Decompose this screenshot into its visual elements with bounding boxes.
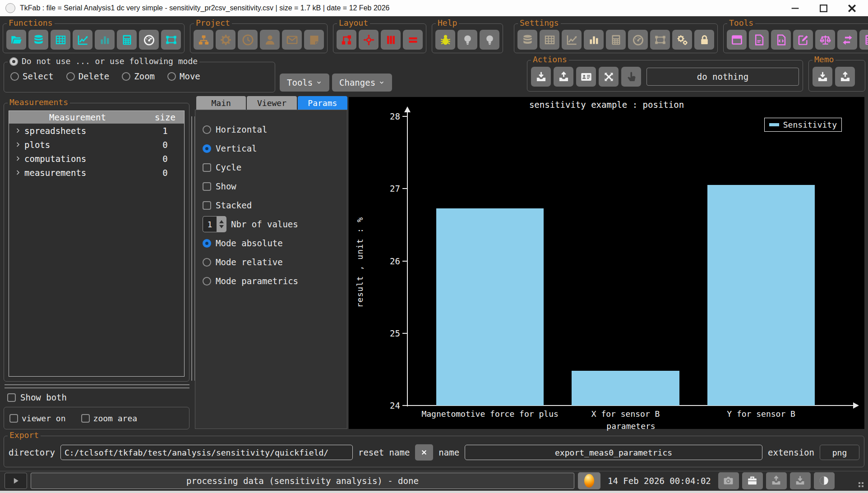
object-group-button[interactable] xyxy=(161,30,181,50)
crosshair-move-button[interactable] xyxy=(359,30,379,50)
lock-button[interactable] xyxy=(694,30,714,50)
database-button[interactable] xyxy=(28,30,48,50)
briefcase-button[interactable] xyxy=(742,472,763,489)
hand-pointer-button[interactable] xyxy=(621,67,641,87)
bulb-icon xyxy=(462,34,474,46)
expand-chevron-icon[interactable] xyxy=(9,141,24,148)
run-button[interactable] xyxy=(5,473,27,489)
viewer-on-checkbox[interactable] xyxy=(9,414,18,423)
spin-down-icon[interactable] xyxy=(219,225,224,228)
mode-parametrics-radio[interactable] xyxy=(203,277,211,286)
tree-row-spreadsheets[interactable]: spreadsheets1 xyxy=(9,124,184,138)
status-led-button[interactable] xyxy=(578,472,600,489)
select-radio[interactable] xyxy=(10,72,19,81)
columns-icon xyxy=(385,34,397,46)
minimize-button[interactable] xyxy=(789,2,801,14)
close-button[interactable] xyxy=(846,2,858,14)
mode-relative-radio[interactable] xyxy=(203,258,211,267)
clock-button[interactable] xyxy=(238,30,258,50)
scale-button[interactable] xyxy=(815,30,835,50)
download-button[interactable] xyxy=(531,67,551,87)
contrast-button[interactable] xyxy=(814,472,835,489)
chart-line-button[interactable] xyxy=(562,30,582,50)
name-input[interactable] xyxy=(465,445,762,460)
tree-row-plots[interactable]: plots0 xyxy=(9,138,184,152)
database-icon xyxy=(522,34,534,46)
spinbox-arrows[interactable] xyxy=(217,216,226,232)
zoom-radio[interactable] xyxy=(122,72,130,81)
vertical-radio[interactable] xyxy=(203,144,211,153)
expand-chevron-icon[interactable] xyxy=(9,155,24,162)
y-tick-mark xyxy=(402,261,407,262)
extension-input[interactable] xyxy=(820,445,859,460)
calculator-button[interactable] xyxy=(859,30,868,50)
chart-line-button[interactable] xyxy=(73,30,92,50)
chart-bar-button[interactable] xyxy=(95,30,115,50)
download-button[interactable] xyxy=(813,67,832,87)
gears-button[interactable] xyxy=(672,30,692,50)
file-button[interactable] xyxy=(749,30,769,50)
flow-nodes-button[interactable] xyxy=(337,30,356,50)
reset-name-button[interactable] xyxy=(415,444,433,461)
database-button[interactable] xyxy=(517,30,537,50)
gear-button[interactable] xyxy=(216,30,235,50)
calculator-button[interactable] xyxy=(117,30,137,50)
cycle-checkbox[interactable] xyxy=(203,163,211,172)
download-button[interactable] xyxy=(790,472,811,489)
do-nothing-button[interactable]: do nothing xyxy=(646,68,799,86)
chart-bar-button[interactable] xyxy=(584,30,604,50)
id-card-button[interactable] xyxy=(576,67,596,87)
do-not-use-radio[interactable] xyxy=(9,57,18,66)
zoom-area-checkbox[interactable] xyxy=(81,414,90,423)
window-button[interactable] xyxy=(727,30,747,50)
mode-absolute-radio[interactable] xyxy=(203,239,211,248)
edit-button[interactable] xyxy=(793,30,813,50)
resize-grip[interactable] xyxy=(859,482,863,487)
upload-button[interactable] xyxy=(554,67,573,87)
columns-button[interactable] xyxy=(381,30,401,50)
move-radio[interactable] xyxy=(167,72,176,81)
cross-arrows-button[interactable] xyxy=(599,67,619,87)
upload-button[interactable] xyxy=(835,67,855,87)
rows-button[interactable] xyxy=(403,30,423,50)
person-button[interactable] xyxy=(260,30,280,50)
show-both-checkbox[interactable] xyxy=(7,393,16,402)
bulb-button[interactable] xyxy=(457,30,477,50)
horizontal-radio[interactable] xyxy=(203,125,211,134)
table-button[interactable] xyxy=(51,30,70,50)
download-icon xyxy=(535,71,547,83)
tree-row-computations[interactable]: computations0 xyxy=(9,152,184,166)
tree-row-measurements[interactable]: measurements0 xyxy=(9,166,184,180)
stacked-checkbox[interactable] xyxy=(203,201,211,210)
expand-chevron-icon[interactable] xyxy=(9,127,24,134)
file-code-button[interactable] xyxy=(771,30,791,50)
tab-viewer[interactable]: Viewer xyxy=(247,96,296,110)
changes-menu-button[interactable]: Changes xyxy=(332,74,392,92)
table-button[interactable] xyxy=(540,30,559,50)
camera-button[interactable] xyxy=(718,472,739,489)
horizontal-scrollbar[interactable] xyxy=(5,384,189,388)
sitemap-button[interactable] xyxy=(194,30,213,50)
tab-main[interactable]: Main xyxy=(196,96,246,110)
bulb-button[interactable] xyxy=(480,30,499,50)
show-checkbox[interactable] xyxy=(203,182,211,191)
nbr-of-values-spinbox[interactable]: 1 xyxy=(203,216,226,232)
delete-radio[interactable] xyxy=(66,72,75,81)
folder-open-button[interactable] xyxy=(6,30,26,50)
spreadsheets-size: 1 xyxy=(146,126,184,136)
upload-button[interactable] xyxy=(766,472,787,489)
tab-params[interactable]: Params xyxy=(298,96,347,110)
arrows-swap-button[interactable] xyxy=(837,30,857,50)
directory-input[interactable] xyxy=(60,445,353,460)
object-group-button[interactable] xyxy=(650,30,670,50)
maximize-button[interactable] xyxy=(817,2,830,14)
expand-chevron-icon[interactable] xyxy=(9,169,24,176)
spin-up-icon[interactable] xyxy=(219,220,224,223)
envelope-button[interactable] xyxy=(282,30,302,50)
bug-button[interactable] xyxy=(435,30,455,50)
gauge-button[interactable] xyxy=(139,30,159,50)
calculator-button[interactable] xyxy=(606,30,626,50)
note-button[interactable] xyxy=(304,30,324,50)
tools-menu-button[interactable]: Tools xyxy=(280,74,329,92)
gauge-button[interactable] xyxy=(628,30,648,50)
